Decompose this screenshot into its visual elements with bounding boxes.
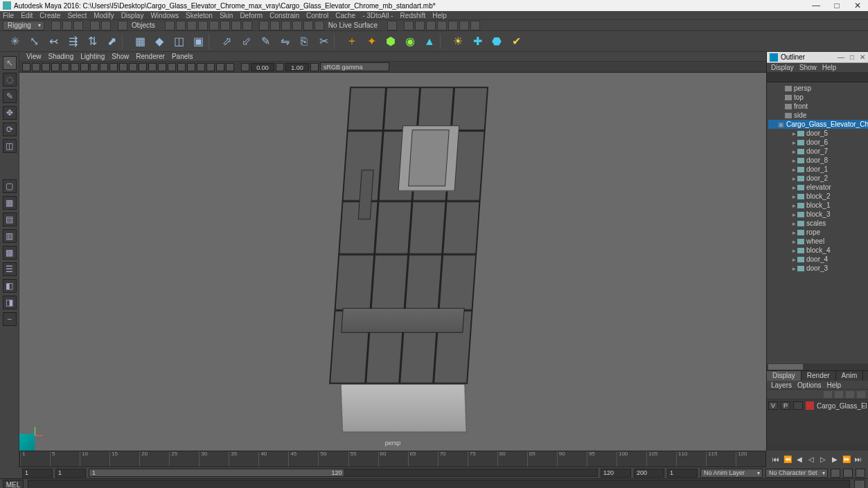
outliner-menu-show[interactable]: Show (799, 64, 817, 71)
move-tool[interactable]: ✥ (3, 106, 17, 120)
minimize-button[interactable]: — (806, 1, 826, 10)
snap-view-icon[interactable] (315, 21, 324, 30)
constraint-scale-icon[interactable]: ◉ (402, 34, 418, 49)
lasso-tool[interactable]: ◌ (3, 73, 17, 87)
layout-two-v-icon[interactable]: ▥ (3, 229, 17, 243)
step-forward-key-button[interactable]: ⏩ (842, 454, 851, 464)
outliner-node-scales[interactable]: ▸scales (768, 219, 868, 228)
cluster-icon[interactable]: ◆ (152, 34, 167, 49)
vp-bookmark-icon[interactable] (32, 63, 40, 71)
outliner-menu-help[interactable]: Help (822, 64, 837, 71)
panel-menu-view[interactable]: View (26, 53, 42, 60)
go-end-button[interactable]: ⏭ (853, 454, 863, 464)
go-start-button[interactable]: ⏮ (771, 454, 781, 464)
outliner-node-block_1[interactable]: ▸block_1 (768, 201, 868, 210)
menu-create[interactable]: Create (39, 12, 60, 19)
time-slider[interactable]: 1510152025303540455055606570758085909510… (19, 451, 766, 467)
vp-gate-mask-icon[interactable] (80, 63, 89, 71)
gamma-field[interactable]: 1.00 (285, 63, 309, 71)
blend-shape-icon[interactable]: ▣ (191, 34, 206, 49)
outliner-node-block_2[interactable]: ▸block_2 (768, 192, 868, 201)
menu-constrain[interactable]: Constrain (269, 12, 299, 19)
menu-redshift[interactable]: Redshift (400, 12, 426, 19)
constraint-point-icon[interactable]: ＋ (344, 34, 360, 49)
layer-playback-toggle[interactable]: P (781, 401, 790, 410)
layer-menu-help[interactable]: Help (826, 381, 841, 389)
vp-film-gate-icon[interactable] (61, 63, 69, 71)
vp-grid-icon[interactable] (51, 63, 60, 71)
layer-move-down-icon[interactable] (835, 391, 843, 398)
save-scene-icon[interactable] (73, 21, 83, 30)
menu-modify[interactable]: Modify (94, 12, 114, 19)
outliner-node-door_6[interactable]: ▸door_6 (768, 138, 868, 147)
outliner-node-door_2[interactable]: ▸door_2 (768, 174, 868, 183)
constraint-orient-icon[interactable]: ✦ (364, 34, 379, 49)
outliner-node-front[interactable]: front (768, 102, 868, 111)
vp-select-camera-icon[interactable] (22, 63, 30, 71)
layer-tab-anim[interactable]: Anim (836, 371, 864, 381)
vp-view-transform-icon[interactable] (310, 63, 319, 71)
wrap-icon[interactable]: ◫ (171, 34, 186, 49)
prefs-button[interactable] (856, 469, 865, 478)
mask-joint-icon[interactable] (176, 21, 186, 30)
step-back-button[interactable]: ◀ (795, 454, 804, 464)
layer-new-selected-icon[interactable] (857, 391, 865, 398)
play-forward-button[interactable]: ▷ (818, 454, 828, 464)
close-button[interactable]: ✕ (847, 1, 868, 10)
outliner-node-persp[interactable]: persp (768, 84, 868, 93)
prune-weights-icon[interactable]: ✂ (316, 34, 331, 49)
quick-rig-icon[interactable]: ✚ (470, 34, 485, 49)
vp-textured-icon[interactable] (139, 63, 147, 71)
script-lang-toggle[interactable]: MEL (3, 480, 24, 489)
vp-safe-title-icon[interactable] (109, 63, 118, 71)
menu-control[interactable]: Control (306, 12, 328, 19)
mirror-weights-icon[interactable]: ⇋ (277, 34, 292, 49)
outliner-node-wheel[interactable]: ▸wheel (768, 237, 868, 246)
outliner-node-door_8[interactable]: ▸door_8 (768, 156, 868, 165)
outliner-node-door_1[interactable]: ▸door_1 (768, 165, 868, 174)
outliner-min-button[interactable]: — (838, 53, 844, 61)
open-scene-icon[interactable] (62, 21, 72, 30)
constraint-parent-icon[interactable]: ⬢ (383, 34, 398, 49)
menu-display[interactable]: Display (121, 12, 144, 19)
anim-layer-dropdown[interactable]: No Anim Layer (700, 469, 763, 478)
layer-menu-options[interactable]: Options (797, 381, 821, 389)
current-frame-field[interactable]: 1 (667, 469, 698, 478)
layer-hscroll[interactable] (767, 444, 868, 451)
layout-graph-icon[interactable]: ◨ (3, 296, 17, 309)
control-rig-icon[interactable]: ⬣ (489, 34, 504, 49)
ik-handle-icon[interactable]: ⤡ (26, 34, 42, 49)
ik-spline-icon[interactable]: ↢ (46, 34, 61, 49)
menu-file[interactable]: File (3, 12, 14, 19)
panel-menu-lighting[interactable]: Lighting (80, 53, 105, 60)
play-back-button[interactable]: ◁ (806, 454, 816, 464)
viewport[interactable]: persp (19, 73, 766, 451)
range-out-field[interactable]: 120 (601, 469, 631, 478)
snap-live-icon[interactable] (303, 21, 313, 30)
vp-isolate-icon[interactable] (168, 63, 176, 71)
snap-point-icon[interactable] (281, 21, 291, 30)
select-tool[interactable]: ↖ (3, 56, 17, 70)
paint-weights-icon[interactable]: ✎ (258, 34, 273, 49)
snap-grid-icon[interactable] (259, 21, 269, 30)
vp-dof-icon[interactable] (226, 63, 234, 71)
paint-select-tool[interactable]: ✎ (3, 89, 17, 103)
joint-tool-icon[interactable]: ✳ (7, 34, 22, 49)
colorspace-dropdown[interactable]: sRGB gamma (320, 62, 389, 71)
scale-tool[interactable]: ◫ (3, 139, 17, 153)
outliner-node-door_7[interactable]: ▸door_7 (768, 147, 868, 156)
layout-minus-icon[interactable]: − (3, 312, 17, 326)
panel-menu-shading[interactable]: Shading (48, 53, 74, 60)
render-settings-icon[interactable] (426, 21, 436, 30)
orient-joint-icon[interactable]: ⬈ (104, 34, 119, 49)
menu-help[interactable]: Help (432, 12, 447, 19)
outliner-node-door_5[interactable]: ▸door_5 (768, 129, 868, 138)
layer-new-empty-icon[interactable] (846, 391, 854, 398)
mask-dynamic-icon[interactable] (220, 21, 230, 30)
menu--3dtoall-[interactable]: - 3DtoAll - (362, 12, 393, 19)
mask-deform-icon[interactable] (209, 21, 219, 30)
layer-display-type-toggle[interactable] (793, 401, 803, 410)
menu-windows[interactable]: Windows (150, 12, 179, 19)
bind-skin-icon[interactable]: ⬀ (219, 34, 234, 49)
layout-outliner-icon[interactable]: ☰ (3, 262, 17, 276)
